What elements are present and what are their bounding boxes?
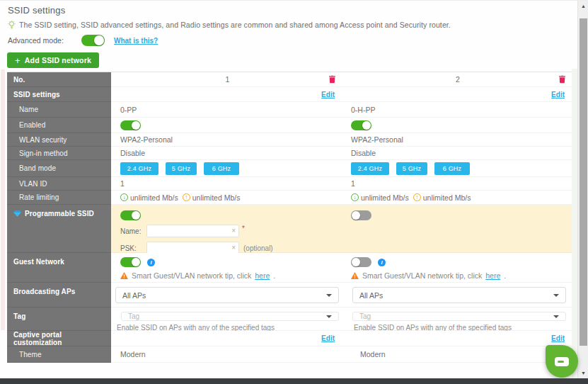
table-row-wlan-security: WLAN security WPA2-Personal WPA2-Persona…: [7, 133, 572, 147]
ssid2-band-2g-chip[interactable]: 2.4 GHz: [351, 162, 389, 175]
info-icon[interactable]: i: [378, 259, 386, 266]
ssid1-guest-toggle[interactable]: [120, 257, 141, 267]
ssid1-wlan-security-cell: WPA2-Personal: [111, 133, 342, 147]
add-ssid-network-button[interactable]: + Add SSID network: [7, 52, 99, 68]
chat-bubble-icon: [555, 357, 569, 366]
row-label-ssid-settings-text: SSID settings: [13, 91, 60, 98]
ssid2-tag-input[interactable]: [359, 312, 519, 320]
ssid2-sign-in-cell: Disable: [342, 147, 572, 160]
ssid2-name: 0-H-PP: [351, 106, 375, 114]
ssid1-edit-link[interactable]: Edit: [321, 91, 335, 98]
row-label-sign-in-method: Sign-in method: [7, 147, 111, 160]
ssid1-guest-cell: i Smart Guest/VLAN network tip, click he…: [111, 253, 342, 283]
ssid2-number: 2: [456, 75, 460, 84]
clear-icon[interactable]: ×: [231, 227, 236, 235]
programmable-name-inputwrap: ×: [146, 225, 239, 237]
warning-icon: [351, 272, 359, 279]
scroll-up-icon[interactable]: ▲: [578, 1, 588, 10]
ssid2-broadcasting-select[interactable]: All APs: [352, 287, 566, 303]
ssid2-enabled-toggle[interactable]: [351, 120, 371, 130]
table-row-broadcasting-aps: Broadcasting APs All APs All APs: [7, 283, 572, 307]
row-label-guest-network-text: Guest Network: [13, 258, 64, 266]
ssid2-theme: Modern: [360, 350, 386, 358]
ssid1-number-cell: 1: [111, 72, 342, 87]
ssid1-band-5g-chip[interactable]: 5 GHz: [166, 162, 197, 175]
ssid1-guest-toggle-line: i: [120, 257, 155, 267]
ssid2-wlan-security: WPA2-Personal: [351, 135, 403, 144]
ssid2-guest-toggle[interactable]: [351, 257, 371, 267]
scroll-down-icon[interactable]: ▼: [578, 368, 588, 377]
ssid1-rate-cell: ↓ unlimited Mb/s ↑ unlimited Mb/s: [111, 191, 342, 205]
ssid1-tag-cell: Enable SSID on APs with any of the speci…: [111, 307, 342, 331]
programmable-name-row: Name: × *: [120, 225, 245, 237]
ssid1-tag-input[interactable]: [128, 312, 291, 320]
ssid1-band-mode-cell: 2.4 GHz 5 GHz 6 GHz: [111, 160, 342, 177]
ssid1-programmable-cell: Name: × * PSK: × (optional): [111, 205, 342, 253]
ssid-table: No. 1 2 SSID settings Edit Edit Name 0-P…: [7, 72, 572, 363]
chevron-down-icon: [326, 315, 332, 318]
ssid1-broadcasting-select[interactable]: All APs: [115, 287, 339, 303]
ssid1-captive-edit-link[interactable]: Edit: [321, 334, 335, 342]
table-row-band-mode: Band mode 2.4 GHz 5 GHz 6 GHz 2.4 GHz 5 …: [7, 160, 572, 177]
guest-tip-here-link[interactable]: here: [255, 271, 270, 280]
row-label-name: Name: [7, 102, 111, 118]
row-label-guest-network: Guest Network: [7, 253, 111, 283]
download-icon: ↓: [120, 193, 128, 201]
vertical-scrollbar[interactable]: ▲ ▼: [577, 1, 588, 378]
programmable-psk-input[interactable]: [147, 242, 238, 254]
ssid2-vlan-cell: 1: [342, 177, 572, 191]
table-row-rate-limiting: Rate limiting ↓ unlimited Mb/s ↑ unlimit…: [7, 191, 572, 205]
row-label-broadcasting-aps: Broadcasting APs: [7, 283, 111, 307]
guest-tip-period: .: [504, 271, 506, 280]
lightbulb-icon: [8, 21, 16, 29]
ssid2-wlan-security-cell: WPA2-Personal: [342, 133, 572, 147]
chevron-down-icon: [553, 294, 559, 297]
ssid2-vlan: 1: [351, 179, 355, 188]
ssid2-band-5g-chip[interactable]: 5 GHz: [396, 162, 427, 175]
clear-icon[interactable]: ×: [231, 244, 236, 252]
ssid2-guest-toggle-line: i: [351, 257, 386, 267]
info-icon[interactable]: i: [147, 259, 155, 266]
ssid1-programmable-toggle[interactable]: [120, 210, 141, 220]
ssid2-edit-cell: Edit: [342, 87, 572, 102]
ssid1-name: 0-PP: [120, 106, 137, 114]
row-label-vlan-id: VLAN ID: [7, 177, 111, 191]
chat-widget-button[interactable]: [546, 345, 578, 378]
ssid2-rate-up: unlimited Mb/s: [423, 193, 471, 202]
table-row-programmable-ssid: Programmable SSID Name: × * PSK: × (opti…: [7, 205, 572, 253]
row-label-theme: Theme: [7, 346, 111, 363]
ssid1-band-6g-chip[interactable]: 6 GHz: [204, 162, 239, 175]
what-is-this-link[interactable]: What is this?: [114, 37, 158, 45]
row-label-vlan-id-text: VLAN ID: [19, 180, 47, 188]
row-label-enabled-text: Enabled: [19, 121, 45, 129]
scrolled-column-remnant: [1, 69, 5, 330]
upload-icon: ↑: [413, 193, 421, 201]
scrollbar-thumb[interactable]: [580, 18, 587, 346]
ssid2-edit-link[interactable]: Edit: [551, 91, 565, 98]
ssid2-band-mode-cell: 2.4 GHz 5 GHz 6 GHz: [342, 160, 572, 177]
delete-ssid1-icon[interactable]: [329, 76, 335, 84]
ssid1-tag-inputwrap: [121, 312, 339, 321]
ssid2-tag-cell: Enable SSID on APs with any of the speci…: [342, 307, 572, 331]
ssid2-broadcasting-value: All APs: [359, 291, 383, 300]
row-label-captive-portal: Captive portal customization: [7, 331, 111, 346]
ssid1-theme-cell: Modern: [111, 346, 342, 363]
table-row-captive-portal: Captive portal customization Edit Edit: [7, 331, 572, 346]
ssid2-enabled-cell: [342, 118, 572, 133]
delete-ssid2-icon[interactable]: [559, 76, 565, 84]
table-row-sign-in-method: Sign-in method Disable Disable: [7, 147, 572, 160]
advanced-mode-toggle[interactable]: [81, 35, 105, 46]
programmable-name-input[interactable]: [147, 225, 238, 237]
chevron-down-icon: [553, 315, 559, 318]
ssid1-band-2g-chip[interactable]: 2.4 GHz: [120, 162, 158, 175]
ssid2-band-6g-chip[interactable]: 6 GHz: [434, 162, 470, 175]
row-label-band-mode-text: Band mode: [19, 164, 56, 172]
ssid2-programmable-toggle[interactable]: [351, 210, 371, 220]
ssid1-vlan: 1: [120, 179, 125, 188]
ssid1-vlan-cell: 1: [111, 177, 342, 191]
ssid1-enabled-toggle[interactable]: [120, 120, 141, 130]
ssid2-captive-edit-link[interactable]: Edit: [551, 334, 565, 342]
table-row-theme: Theme Modern Modern: [7, 346, 572, 363]
guest-tip-here-link[interactable]: here: [485, 271, 500, 280]
warning-icon: [120, 272, 128, 279]
